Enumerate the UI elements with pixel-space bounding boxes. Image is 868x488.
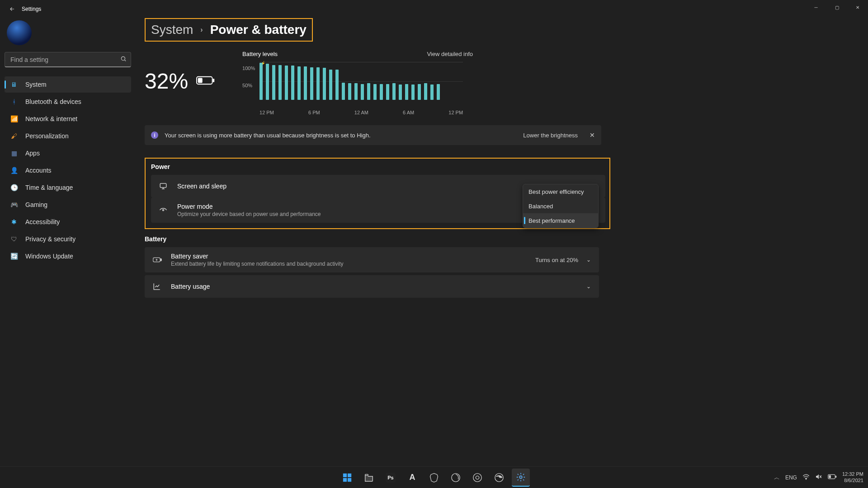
tray-clock[interactable]: 12:32 PM 8/6/2021 [842,471,863,483]
banner-close-button[interactable]: ✕ [590,131,595,139]
chart-bar [392,83,396,100]
svg-rect-9 [348,473,351,477]
battery-section-title: Battery [145,235,861,243]
taskbar-app-brave[interactable] [425,469,443,487]
lower-brightness-link[interactable]: Lower the brightness [523,132,578,139]
chart-bar [424,83,427,100]
svg-point-14 [476,476,479,479]
y-tick-100: 100% [242,66,255,71]
chevron-right-icon: › [200,26,203,34]
taskbar-app-settings[interactable] [512,469,530,487]
main-content: System › Power & battery 32% Battery lev… [136,18,868,466]
svg-rect-2 [213,79,215,82]
x-tick: 12 PM [448,110,463,115]
battery-saver-icon [153,257,162,263]
view-detailed-link[interactable]: View detailed info [427,51,473,57]
battery-usage-row[interactable]: Battery usage ⌄ [145,275,599,298]
volume-icon[interactable] [815,474,822,481]
banner-message: Your screen is using more battery than u… [165,132,523,139]
taskbar-explorer[interactable] [360,469,378,487]
svg-rect-8 [343,473,347,477]
battery-chart: Battery levels View detailed info ⚡ 100%… [242,51,473,115]
chart-bar [418,84,421,100]
avatar[interactable] [7,20,32,45]
chart-bar [386,84,389,100]
breadcrumb-parent[interactable]: System [151,23,193,37]
search-icon [120,56,127,63]
bluetooth-icon: ᚼ [10,98,18,106]
taskbar-app-ps[interactable]: Ps [382,469,400,487]
chart-bar [304,66,307,100]
chart-bar [430,84,434,100]
chart-bar [399,84,402,100]
power-mode-icon [159,206,168,214]
sidebar-item-accounts[interactable]: 👤Accounts [5,162,131,178]
x-tick: 12 AM [354,110,368,115]
back-button[interactable] [5,1,20,17]
chart-bar [411,84,415,100]
tray-language[interactable]: ENG [785,474,797,481]
clock-icon: 🕒 [10,183,18,192]
breadcrumb-current: Power & battery [210,23,307,37]
chart-bar [316,67,320,100]
wifi-icon[interactable] [802,474,810,481]
chart-bar [361,84,364,100]
close-button[interactable]: ✕ [847,0,868,14]
tray-chevron-icon[interactable]: ︿ [774,474,780,482]
chart-bar [373,84,377,100]
sidebar-item-gaming[interactable]: 🎮Gaming [5,197,131,213]
chart-bar [297,66,301,100]
wifi-icon: 📶 [10,115,18,123]
svg-rect-3 [198,78,203,83]
sidebar-item-system[interactable]: 🖥System [5,76,131,93]
brush-icon: 🖌 [10,132,18,140]
battery-icon [196,75,215,87]
chart-bar [367,83,370,100]
sidebar-item-personalization[interactable]: 🖌Personalization [5,128,131,144]
battery-saver-row[interactable]: Battery saver Extend battery life by lim… [145,247,599,272]
power-mode-option[interactable]: Best power efficiency [523,184,598,199]
search-input[interactable] [5,52,131,67]
svg-rect-11 [348,478,351,481]
chart-bar [291,66,294,100]
chart-bar [272,65,275,100]
svg-rect-4 [160,183,166,188]
sidebar-item-bluetooth-devices[interactable]: ᚼBluetooth & devices [5,94,131,110]
taskbar-app-firefox[interactable] [447,469,465,487]
svg-rect-7 [160,259,161,261]
chart-bar [405,84,408,100]
y-tick-50: 50% [242,83,252,88]
taskbar: Ps A ︿ ENG 12:32 PM 8/6/2021 [0,466,868,488]
sidebar-item-time-language[interactable]: 🕒Time & language [5,179,131,196]
sidebar-item-network-internet[interactable]: 📶Network & internet [5,111,131,127]
power-mode-option[interactable]: Best performance [523,213,598,228]
window-title: Settings [22,6,41,12]
taskbar-app-a[interactable]: A [403,469,421,487]
taskbar-app-chrome[interactable] [468,469,486,487]
chart-bar [329,70,332,100]
battery-tray-icon[interactable] [828,474,837,481]
chart-title: Battery levels [242,51,278,57]
minimize-button[interactable]: ─ [806,0,826,14]
chevron-down-icon: ⌄ [586,257,591,263]
battery-saver-sub: Extend battery life by limiting some not… [171,261,344,267]
power-section-highlight: Power Screen and sleep ⌄ Power mode Opti… [145,158,610,229]
taskbar-app-edge[interactable] [490,469,508,487]
power-mode-option[interactable]: Balanced [523,199,598,213]
update-icon: 🔄 [10,252,18,260]
sidebar-item-accessibility[interactable]: ✱Accessibility [5,214,131,230]
maximize-button[interactable]: ▢ [826,0,847,14]
svg-point-17 [806,479,806,479]
system-tray[interactable]: ︿ ENG 12:32 PM 8/6/2021 [774,471,863,483]
sidebar-item-windows-update[interactable]: 🔄Windows Update [5,248,131,264]
titlebar: Settings ─ ▢ ✕ [0,0,868,18]
power-mode-dropdown: Best power efficiencyBalancedBest perfor… [523,184,599,228]
chart-bar [354,83,358,100]
svg-rect-10 [343,478,347,481]
svg-point-0 [121,56,125,60]
start-button[interactable] [338,469,356,487]
chart-bar [278,65,282,100]
sidebar-item-apps[interactable]: ▦Apps [5,145,131,161]
display-icon: 🖥 [10,80,18,89]
sidebar-item-privacy-security[interactable]: 🛡Privacy & security [5,231,131,247]
